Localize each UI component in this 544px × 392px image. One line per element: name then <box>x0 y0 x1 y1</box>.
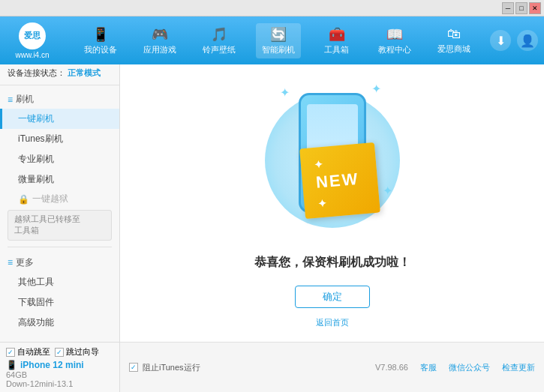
nav-mall[interactable]: 🛍 爱思商城 <box>431 23 476 58</box>
sidebar-item-advanced[interactable]: 高级功能 <box>0 313 119 333</box>
auto-jump-label: 自动跳至 <box>17 346 50 358</box>
pro-flash-label: 专业刷机 <box>18 154 54 164</box>
new-banner: NEW <box>299 142 380 219</box>
user-button[interactable]: 👤 <box>517 30 538 51</box>
sparkle-1: ✦ <box>280 85 290 100</box>
more-section-icon: ≡ <box>8 257 13 268</box>
checkboxes-row: ✓ 自动跳至 ✓ 跳过向导 <box>6 346 113 358</box>
nav-smart-flash-label: 智能刷机 <box>262 44 295 55</box>
sidebar-item-download-fw[interactable]: 下载固件 <box>0 292 119 313</box>
more-section-label: 更多 <box>16 256 34 269</box>
sidebar-item-one-key-flash[interactable]: 一键刷机 <box>0 109 119 129</box>
device-name-text: iPhone 12 mini <box>20 360 84 370</box>
flash-section-label: 刷机 <box>16 93 34 106</box>
device-icon: 📱 <box>6 360 17 370</box>
sidebar-item-other-tools[interactable]: 其他工具 <box>0 272 119 292</box>
status-value: 正常模式 <box>68 68 101 77</box>
customer-service-link[interactable]: 客服 <box>420 362 437 373</box>
nav-ringtones[interactable]: 🎵 铃声壁纸 <box>197 23 242 58</box>
minimize-button[interactable]: ─ <box>502 2 514 14</box>
jailbreak-locked: 🔒 一键越狱 <box>0 190 119 208</box>
nav-my-device-label: 我的设备 <box>84 44 117 55</box>
itunes-checkbox[interactable]: ✓ <box>129 363 138 372</box>
tutorials-icon: 📖 <box>386 26 403 43</box>
flash-section-header: ≡ 刷机 <box>0 88 119 109</box>
device-status: 设备连接状态： 正常模式 <box>0 64 119 85</box>
header: 爱思 www.i4.cn 📱 我的设备 🎮 应用游戏 🎵 铃声壁纸 🔄 智能刷机 <box>0 16 544 64</box>
sidebar-divider <box>8 247 112 247</box>
advanced-label: 高级功能 <box>18 317 54 328</box>
nav-my-device[interactable]: 📱 我的设备 <box>78 23 123 58</box>
maximize-button[interactable]: □ <box>515 2 527 14</box>
device-storage: 64GB <box>6 370 113 379</box>
version-text: V7.98.66 <box>375 363 408 372</box>
itunes-label: 阻止iTunes运行 <box>143 362 200 373</box>
jailbreak-notice: 越狱工具已转移至 工具箱 <box>8 210 112 241</box>
more-section-header: ≡ 更多 <box>0 252 119 272</box>
my-device-icon: 📱 <box>92 26 109 43</box>
sidebar-item-fix-flash[interactable]: 微量刷机 <box>0 169 119 190</box>
title-bar: ─ □ ✕ <box>0 0 544 16</box>
fix-flash-label: 微量刷机 <box>18 174 54 184</box>
nav-bar: 📱 我的设备 🎮 应用游戏 🎵 铃声壁纸 🔄 智能刷机 🧰 工具箱 📖 <box>71 23 484 58</box>
content-area: ✦ ✦ ✦ NEW 恭喜您，保资料刷机成功啦！ 确定 返回首页 <box>120 64 544 342</box>
check-update-link[interactable]: 检查更新 <box>502 362 535 373</box>
mall-icon: 🛍 <box>447 26 461 42</box>
download-fw-label: 下载固件 <box>18 297 54 307</box>
middle-section: 设备连接状态： 正常模式 ≡ 刷机 一键刷机 iTunes刷机 专业刷机 微量刷… <box>0 64 544 342</box>
bottom-row: ✓ 自动跳至 ✓ 跳过向导 📱 iPhone 12 mini 64GB Down… <box>0 342 544 392</box>
sidebar-item-itunes-flash[interactable]: iTunes刷机 <box>0 129 119 149</box>
success-message: 恭喜您，保资料刷机成功啦！ <box>254 255 410 271</box>
nav-tutorials-label: 教程中心 <box>378 44 411 55</box>
skip-wizard-check[interactable]: ✓ <box>55 348 64 357</box>
nav-smart-flash[interactable]: 🔄 智能刷机 <box>256 23 301 58</box>
flash-section-icon: ≡ <box>8 94 13 105</box>
sidebar: 设备连接状态： 正常模式 ≡ 刷机 一键刷机 iTunes刷机 专业刷机 微量刷… <box>0 64 120 342</box>
jailbreak-notice-text: 越狱工具已转移至 工具箱 <box>14 214 80 235</box>
logo-icon: 爱思 <box>19 22 46 49</box>
footer-right: V7.98.66 客服 微信公众号 检查更新 <box>375 362 535 373</box>
nav-toolbox-label: 工具箱 <box>324 44 349 55</box>
wechat-public-link[interactable]: 微信公众号 <box>449 362 490 373</box>
itunes-flash-label: iTunes刷机 <box>18 133 63 144</box>
close-button[interactable]: ✕ <box>529 2 541 14</box>
success-illustration: ✦ ✦ ✦ NEW <box>257 78 407 243</box>
status-footer: ✓ 阻止iTunes运行 V7.98.66 客服 微信公众号 检查更新 <box>120 342 544 392</box>
status-label: 设备连接状态： <box>8 68 65 77</box>
logo-area: 爱思 www.i4.cn <box>6 22 59 59</box>
lock-icon: 🔒 <box>18 194 29 205</box>
nav-mall-label: 爱思商城 <box>437 43 470 55</box>
nav-tutorials[interactable]: 📖 教程中心 <box>372 23 417 58</box>
nav-toolbox[interactable]: 🧰 工具箱 <box>316 23 358 58</box>
toolbox-icon: 🧰 <box>329 26 345 43</box>
back-home-link[interactable]: 返回首页 <box>316 317 349 328</box>
sparkle-2: ✦ <box>371 82 381 96</box>
sparkle-3: ✦ <box>383 184 392 198</box>
apps-games-icon: 🎮 <box>152 26 168 43</box>
smart-flash-icon: 🔄 <box>270 26 287 43</box>
nav-apps-games[interactable]: 🎮 应用游戏 <box>137 23 182 58</box>
skip-wizard-checkbox[interactable]: ✓ 跳过向导 <box>55 346 99 358</box>
nav-ringtones-label: 铃声壁纸 <box>203 44 236 55</box>
locked-label: 一键越狱 <box>32 193 68 205</box>
logo-subtitle: www.i4.cn <box>15 51 49 59</box>
nav-right-area: ⬇ 👤 <box>490 30 538 51</box>
nav-apps-games-label: 应用游戏 <box>143 44 176 55</box>
skip-wizard-label: 跳过向导 <box>66 346 99 358</box>
download-button[interactable]: ⬇ <box>490 30 511 51</box>
auto-jump-check[interactable]: ✓ <box>6 348 15 357</box>
other-tools-label: 其他工具 <box>18 277 54 287</box>
confirm-button[interactable]: 确定 <box>295 286 370 308</box>
device-name: 📱 iPhone 12 mini <box>6 360 113 370</box>
auto-jump-checkbox[interactable]: ✓ 自动跳至 <box>6 346 50 358</box>
one-key-flash-label: 一键刷机 <box>18 113 54 124</box>
ringtones-icon: 🎵 <box>211 26 227 43</box>
sidebar-item-pro-flash[interactable]: 专业刷机 <box>0 149 119 169</box>
itunes-control: ✓ 阻止iTunes运行 <box>129 362 200 373</box>
device-section: ✓ 自动跳至 ✓ 跳过向导 📱 iPhone 12 mini 64GB Down… <box>0 342 120 392</box>
device-model: Down-12mini-13.1 <box>6 379 113 388</box>
